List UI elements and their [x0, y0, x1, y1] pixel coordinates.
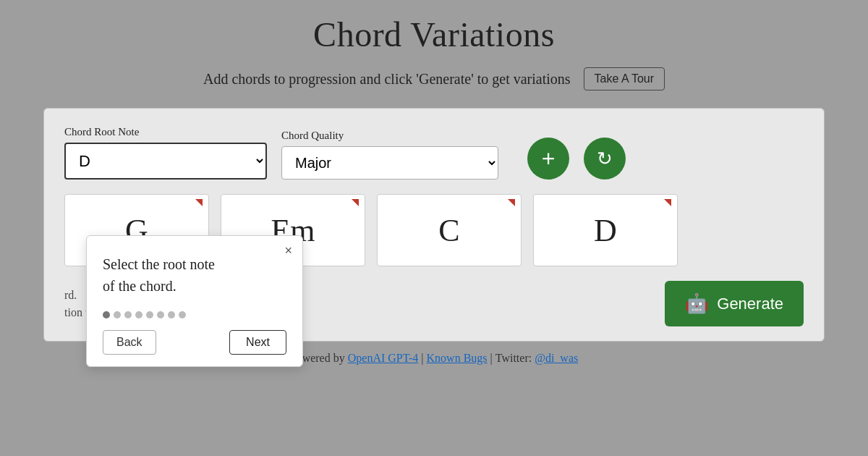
chord-tile[interactable]: D — [533, 194, 678, 266]
corner-mark-icon — [352, 199, 359, 206]
popover-progress-dots — [103, 311, 286, 318]
page-title: Chord Variations — [313, 14, 555, 54]
corner-mark-icon — [195, 199, 203, 206]
generate-label: Generate — [717, 295, 783, 313]
twitter-handle-link[interactable]: @di_was — [535, 352, 578, 365]
chord-root-label: Chord Root Note — [64, 126, 267, 138]
next-button[interactable]: Next — [229, 330, 286, 355]
separator-2: | — [490, 352, 493, 365]
separator-1: | — [421, 352, 423, 365]
subtitle-text: Add chords to progression and click 'Gen… — [203, 71, 571, 88]
popover-close-button[interactable]: × — [284, 243, 292, 258]
dot-6 — [157, 311, 164, 318]
dot-3 — [124, 311, 132, 318]
dot-4 — [135, 311, 142, 318]
dot-2 — [114, 311, 121, 318]
generate-button[interactable]: 🤖 Generate — [665, 281, 804, 326]
add-chord-button[interactable]: + — [527, 138, 569, 180]
chord-tile[interactable]: C — [377, 194, 522, 266]
chord-tile-label: C — [438, 212, 459, 249]
corner-mark-icon — [508, 199, 515, 206]
chord-quality-label: Chord Quality — [281, 130, 498, 142]
main-card: Chord Root Note D C C# D# E F F# G G# A … — [43, 108, 825, 342]
popover-line2: of the chord. — [103, 278, 176, 294]
known-bugs-link[interactable]: Known Bugs — [427, 352, 488, 365]
twitter-text: Twitter: — [495, 352, 532, 365]
tour-popover: × Select the root note of the chord. Bac… — [86, 235, 303, 367]
chord-quality-select[interactable]: Major Minor Dominant 7 Major 7 Minor 7 D… — [281, 146, 498, 180]
refresh-button[interactable]: ↻ — [584, 138, 626, 180]
robot-icon: 🤖 — [685, 292, 708, 315]
take-tour-button[interactable]: Take A Tour — [584, 67, 665, 90]
chord-tile-label: D — [594, 212, 617, 249]
chord-root-select[interactable]: D C C# D# E F F# G G# A A# B — [64, 143, 267, 180]
dot-5 — [146, 311, 153, 318]
hint-line1: rd. — [64, 289, 77, 301]
dot-7 — [168, 311, 175, 318]
corner-mark-icon — [664, 199, 671, 206]
popover-line1: Select the root note — [103, 256, 215, 272]
openai-link[interactable]: OpenAI GPT-4 — [348, 352, 419, 365]
plus-icon: + — [542, 147, 556, 170]
back-button[interactable]: Back — [103, 330, 156, 355]
dot-8 — [179, 311, 186, 318]
refresh-icon: ↻ — [597, 148, 613, 170]
dot-1 — [103, 311, 110, 318]
popover-text: Select the root note of the chord. — [103, 253, 286, 297]
footer: Powered by OpenAI GPT-4 | Known Bugs | T… — [290, 352, 579, 365]
